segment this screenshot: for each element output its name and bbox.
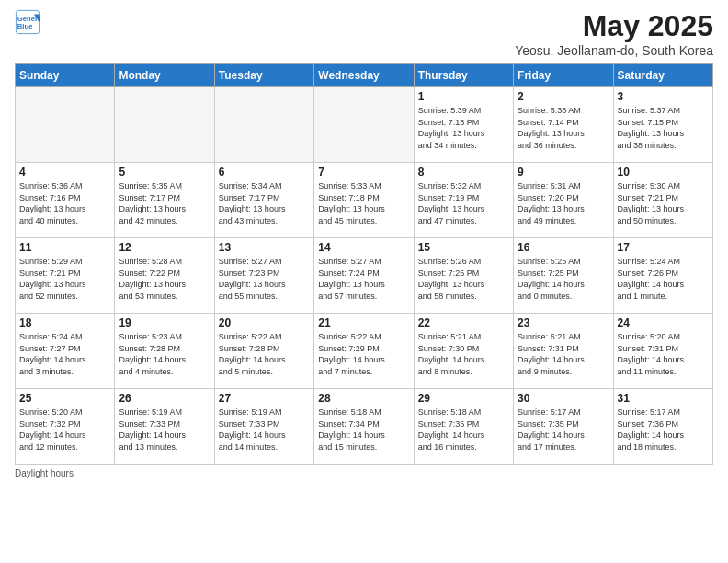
day-info: Sunrise: 5:28 AM Sunset: 7:22 PM Dayligh… xyxy=(119,256,210,302)
day-cell: 5Sunrise: 5:35 AM Sunset: 7:17 PM Daylig… xyxy=(115,163,214,238)
day-info: Sunrise: 5:36 AM Sunset: 7:16 PM Dayligh… xyxy=(19,180,110,226)
day-info: Sunrise: 5:22 AM Sunset: 7:29 PM Dayligh… xyxy=(318,331,409,377)
day-cell: 21Sunrise: 5:22 AM Sunset: 7:29 PM Dayli… xyxy=(314,314,414,389)
day-cell: 24Sunrise: 5:20 AM Sunset: 7:31 PM Dayli… xyxy=(613,314,712,389)
footer-note: Daylight hours xyxy=(15,468,713,478)
day-number: 2 xyxy=(518,90,609,103)
subtitle: Yeosu, Jeollanam-do, South Korea xyxy=(515,43,713,58)
day-info: Sunrise: 5:37 AM Sunset: 7:15 PM Dayligh… xyxy=(618,105,709,151)
day-number: 11 xyxy=(19,241,110,254)
day-cell: 3Sunrise: 5:37 AM Sunset: 7:15 PM Daylig… xyxy=(613,87,712,163)
day-info: Sunrise: 5:25 AM Sunset: 7:25 PM Dayligh… xyxy=(518,256,609,302)
day-info: Sunrise: 5:17 AM Sunset: 7:36 PM Dayligh… xyxy=(618,407,709,453)
day-cell: 26Sunrise: 5:19 AM Sunset: 7:33 PM Dayli… xyxy=(115,389,214,465)
day-info: Sunrise: 5:27 AM Sunset: 7:23 PM Dayligh… xyxy=(219,256,310,302)
day-info: Sunrise: 5:20 AM Sunset: 7:31 PM Dayligh… xyxy=(618,331,709,377)
day-info: Sunrise: 5:23 AM Sunset: 7:28 PM Dayligh… xyxy=(119,331,210,377)
day-cell: 14Sunrise: 5:27 AM Sunset: 7:24 PM Dayli… xyxy=(314,238,414,314)
day-info: Sunrise: 5:30 AM Sunset: 7:21 PM Dayligh… xyxy=(618,180,709,226)
day-info: Sunrise: 5:35 AM Sunset: 7:17 PM Dayligh… xyxy=(119,180,210,226)
day-cell: 30Sunrise: 5:17 AM Sunset: 7:35 PM Dayli… xyxy=(514,389,613,465)
day-number: 14 xyxy=(318,241,409,254)
day-cell: 17Sunrise: 5:24 AM Sunset: 7:26 PM Dayli… xyxy=(613,238,712,314)
weekday-header-saturday: Saturday xyxy=(613,64,712,87)
week-row-2: 4Sunrise: 5:36 AM Sunset: 7:16 PM Daylig… xyxy=(16,163,713,238)
day-info: Sunrise: 5:27 AM Sunset: 7:24 PM Dayligh… xyxy=(318,256,409,302)
page: General Blue May 2025 Yeosu, Jeollanam-d… xyxy=(0,0,728,488)
day-info: Sunrise: 5:19 AM Sunset: 7:33 PM Dayligh… xyxy=(219,407,310,453)
week-row-4: 18Sunrise: 5:24 AM Sunset: 7:27 PM Dayli… xyxy=(16,314,713,389)
day-cell: 6Sunrise: 5:34 AM Sunset: 7:17 PM Daylig… xyxy=(214,163,313,238)
day-number: 5 xyxy=(119,166,210,178)
day-number: 29 xyxy=(418,392,509,405)
day-number: 7 xyxy=(318,166,409,178)
day-number: 13 xyxy=(219,241,310,254)
day-cell xyxy=(115,87,214,163)
title-block: May 2025 Yeosu, Jeollanam-do, South Kore… xyxy=(515,9,713,58)
day-number: 27 xyxy=(219,392,310,405)
weekday-header-tuesday: Tuesday xyxy=(214,64,313,87)
day-number: 1 xyxy=(418,90,509,103)
weekday-header-thursday: Thursday xyxy=(414,64,513,87)
day-cell: 27Sunrise: 5:19 AM Sunset: 7:33 PM Dayli… xyxy=(214,389,313,465)
day-cell: 10Sunrise: 5:30 AM Sunset: 7:21 PM Dayli… xyxy=(613,163,712,238)
day-info: Sunrise: 5:19 AM Sunset: 7:33 PM Dayligh… xyxy=(119,407,210,453)
month-title: May 2025 xyxy=(515,9,713,43)
day-number: 21 xyxy=(318,316,409,329)
day-cell: 2Sunrise: 5:38 AM Sunset: 7:14 PM Daylig… xyxy=(514,87,613,163)
logo-icon: General Blue xyxy=(15,9,40,35)
day-number: 12 xyxy=(119,241,210,254)
day-info: Sunrise: 5:33 AM Sunset: 7:18 PM Dayligh… xyxy=(318,180,409,226)
day-cell: 8Sunrise: 5:32 AM Sunset: 7:19 PM Daylig… xyxy=(414,163,513,238)
day-cell: 22Sunrise: 5:21 AM Sunset: 7:30 PM Dayli… xyxy=(414,314,513,389)
day-cell: 12Sunrise: 5:28 AM Sunset: 7:22 PM Dayli… xyxy=(115,238,214,314)
day-info: Sunrise: 5:38 AM Sunset: 7:14 PM Dayligh… xyxy=(518,105,609,151)
day-cell: 28Sunrise: 5:18 AM Sunset: 7:34 PM Dayli… xyxy=(314,389,414,465)
header: General Blue May 2025 Yeosu, Jeollanam-d… xyxy=(15,9,713,58)
day-number: 18 xyxy=(19,316,110,329)
footer-label: Daylight hours xyxy=(15,468,74,478)
weekday-header-sunday: Sunday xyxy=(16,64,115,87)
day-cell: 11Sunrise: 5:29 AM Sunset: 7:21 PM Dayli… xyxy=(16,238,115,314)
weekday-header-wednesday: Wednesday xyxy=(314,64,414,87)
day-cell: 19Sunrise: 5:23 AM Sunset: 7:28 PM Dayli… xyxy=(115,314,214,389)
day-number: 8 xyxy=(418,166,509,178)
day-number: 15 xyxy=(418,241,509,254)
day-number: 30 xyxy=(518,392,609,405)
day-info: Sunrise: 5:21 AM Sunset: 7:31 PM Dayligh… xyxy=(518,331,609,377)
day-info: Sunrise: 5:21 AM Sunset: 7:30 PM Dayligh… xyxy=(418,331,509,377)
day-cell: 23Sunrise: 5:21 AM Sunset: 7:31 PM Dayli… xyxy=(514,314,613,389)
day-cell: 29Sunrise: 5:18 AM Sunset: 7:35 PM Dayli… xyxy=(414,389,513,465)
day-info: Sunrise: 5:24 AM Sunset: 7:26 PM Dayligh… xyxy=(618,256,709,302)
day-cell: 4Sunrise: 5:36 AM Sunset: 7:16 PM Daylig… xyxy=(16,163,115,238)
weekday-header-monday: Monday xyxy=(115,64,214,87)
week-row-3: 11Sunrise: 5:29 AM Sunset: 7:21 PM Dayli… xyxy=(16,238,713,314)
day-number: 20 xyxy=(219,316,310,329)
day-cell: 9Sunrise: 5:31 AM Sunset: 7:20 PM Daylig… xyxy=(514,163,613,238)
day-number: 28 xyxy=(318,392,409,405)
day-cell: 31Sunrise: 5:17 AM Sunset: 7:36 PM Dayli… xyxy=(613,389,712,465)
day-number: 23 xyxy=(518,316,609,329)
day-number: 16 xyxy=(518,241,609,254)
day-cell: 15Sunrise: 5:26 AM Sunset: 7:25 PM Dayli… xyxy=(414,238,513,314)
day-info: Sunrise: 5:24 AM Sunset: 7:27 PM Dayligh… xyxy=(19,331,110,377)
day-cell: 7Sunrise: 5:33 AM Sunset: 7:18 PM Daylig… xyxy=(314,163,414,238)
day-number: 24 xyxy=(618,316,709,329)
logo: General Blue xyxy=(15,9,42,35)
week-row-5: 25Sunrise: 5:20 AM Sunset: 7:32 PM Dayli… xyxy=(16,389,713,465)
day-number: 22 xyxy=(418,316,509,329)
day-info: Sunrise: 5:17 AM Sunset: 7:35 PM Dayligh… xyxy=(518,407,609,453)
weekday-header-row: SundayMondayTuesdayWednesdayThursdayFrid… xyxy=(16,64,713,87)
day-info: Sunrise: 5:26 AM Sunset: 7:25 PM Dayligh… xyxy=(418,256,509,302)
day-cell: 13Sunrise: 5:27 AM Sunset: 7:23 PM Dayli… xyxy=(214,238,313,314)
day-cell: 18Sunrise: 5:24 AM Sunset: 7:27 PM Dayli… xyxy=(16,314,115,389)
day-number: 26 xyxy=(119,392,210,405)
day-info: Sunrise: 5:20 AM Sunset: 7:32 PM Dayligh… xyxy=(19,407,110,453)
day-number: 6 xyxy=(219,166,310,178)
day-info: Sunrise: 5:18 AM Sunset: 7:34 PM Dayligh… xyxy=(318,407,409,453)
day-number: 9 xyxy=(518,166,609,178)
day-info: Sunrise: 5:39 AM Sunset: 7:13 PM Dayligh… xyxy=(418,105,509,151)
day-info: Sunrise: 5:31 AM Sunset: 7:20 PM Dayligh… xyxy=(518,180,609,226)
day-number: 3 xyxy=(618,90,709,103)
day-info: Sunrise: 5:34 AM Sunset: 7:17 PM Dayligh… xyxy=(219,180,310,226)
